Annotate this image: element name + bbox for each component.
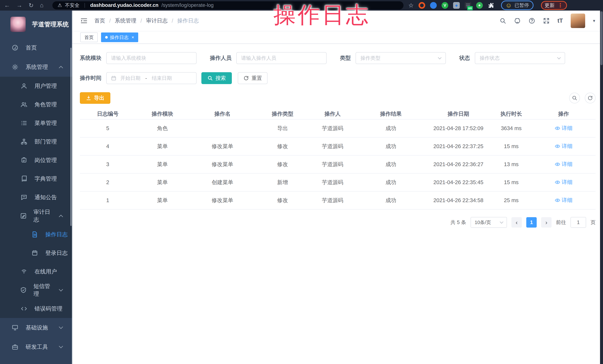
detail-link[interactable]: 详细: [555, 197, 573, 204]
sidebar-item-audit-log[interactable]: 审计日志: [0, 207, 72, 225]
dictionary-icon: [20, 176, 28, 182]
extension-orange-ring-icon[interactable]: [418, 2, 425, 9]
export-button[interactable]: 导出: [80, 92, 110, 104]
browser-menu-kebab-icon[interactable]: ⋮: [558, 2, 563, 9]
date-range-picker[interactable]: 开始日期 - 结束日期: [106, 72, 197, 84]
column-header-name: 操作名: [189, 109, 256, 119]
chevron-down-icon: [59, 325, 63, 329]
sidebar-item-login-log[interactable]: 登录日志: [0, 244, 72, 262]
scrollbar-thumb[interactable]: [600, 11, 603, 65]
breadcrumb-separator: /: [109, 18, 111, 24]
eye-icon: [555, 143, 560, 149]
document-icon: [31, 231, 39, 238]
tag-operate-log[interactable]: 操作日志 ×: [101, 33, 138, 42]
sidebar-item-label: 用户管理: [35, 82, 57, 90]
sidebar-item-dept-management[interactable]: 部门管理: [0, 132, 72, 151]
page-size-value: 10条/页: [475, 219, 491, 226]
sidebar-item-notice[interactable]: 通知公告: [0, 188, 72, 207]
goto-page-input[interactable]: [570, 217, 586, 228]
tags-view-bar: 首页 操作日志 ×: [72, 31, 603, 44]
sidebar-item-home[interactable]: 首页: [0, 38, 72, 57]
breadcrumb-home[interactable]: 首页: [94, 17, 105, 24]
module-input[interactable]: [106, 52, 197, 64]
detail-link[interactable]: 详细: [555, 143, 573, 150]
extension-switch-icon[interactable]: on: [464, 2, 471, 9]
user-avatar[interactable]: [571, 13, 585, 28]
sidebar-scrollbar[interactable]: [70, 48, 71, 226]
browser-back-icon[interactable]: ←: [4, 2, 10, 9]
address-bar[interactable]: ⚠ 不安全 dashboard.yudao.iocoder.cn /system…: [52, 1, 404, 10]
paused-extension-pill[interactable]: ☺ 已暂停: [501, 0, 533, 10]
detail-link-label: 详细: [562, 124, 573, 132]
detail-link-label: 详细: [562, 178, 573, 186]
detail-link[interactable]: 详细: [555, 124, 573, 132]
cell-date: 2021-04-26 22:37:25: [426, 137, 491, 155]
column-header-duration: 执行时长: [491, 109, 532, 119]
bookmark-star-icon[interactable]: ☆: [408, 2, 414, 9]
extension-blue-drop-icon[interactable]: [430, 2, 437, 9]
eye-icon: [555, 162, 560, 167]
browser-update-pill[interactable]: 更新 ⋮: [541, 1, 567, 10]
extension-green-sprout-icon[interactable]: [476, 2, 483, 9]
help-icon[interactable]: [529, 17, 535, 24]
next-page-button[interactable]: ›: [541, 217, 552, 228]
refresh-table-button[interactable]: [585, 93, 596, 103]
operator-input[interactable]: [236, 52, 326, 64]
browser-reload-icon[interactable]: ↻: [29, 2, 34, 9]
security-label[interactable]: 不安全: [65, 2, 79, 9]
cell-date: 2021-04-26 22:35:45: [426, 173, 491, 191]
browser-forward-icon[interactable]: →: [16, 2, 22, 9]
chevron-up-icon: [59, 66, 63, 70]
extensions-puzzle-icon[interactable]: [488, 2, 494, 9]
detail-link-label: 详细: [562, 143, 573, 150]
browser-home-icon[interactable]: ⌂: [40, 2, 44, 9]
prev-page-button[interactable]: ‹: [511, 217, 522, 228]
cell-name: 修改菜单: [189, 137, 256, 155]
breadcrumb-audit-log[interactable]: 审计日志: [146, 17, 168, 24]
header-search-icon[interactable]: [499, 17, 506, 24]
sidebar-item-errorcode-management[interactable]: 错误码管理: [0, 299, 72, 318]
tag-home[interactable]: 首页: [80, 33, 98, 42]
avatar-caret-icon[interactable]: ▾: [593, 18, 595, 23]
sidebar-item-label: 角色管理: [35, 101, 57, 108]
sidebar-logo-row[interactable]: 芋道管理系统: [0, 11, 72, 38]
github-icon[interactable]: [514, 17, 521, 24]
page-size-select[interactable]: 10条/页: [471, 217, 507, 228]
status-select[interactable]: 操作状态: [475, 52, 565, 64]
sidebar-item-role-management[interactable]: 角色管理: [0, 95, 72, 114]
sidebar-item-infrastructure[interactable]: 基础设施: [0, 318, 72, 337]
tag-close-icon[interactable]: ×: [131, 35, 134, 40]
sidebar-item-sms-management[interactable]: 短信管理: [0, 281, 72, 299]
main-area: 首页 / 系统管理 / 审计日志 / 操作日志: [72, 11, 603, 364]
update-button[interactable]: 更新: [545, 2, 555, 9]
breadcrumb-system[interactable]: 系统管理: [115, 17, 136, 24]
sidebar-item-menu-management[interactable]: 菜单管理: [0, 114, 72, 132]
cell-duration: 15 ms: [491, 137, 532, 155]
module-label: 系统模块: [80, 54, 101, 62]
cell-result: 成功: [356, 137, 426, 155]
sidebar-item-label: 在线用户: [35, 268, 57, 276]
reset-button[interactable]: 重置: [238, 72, 267, 84]
search-button[interactable]: 搜索: [201, 72, 232, 84]
extension-gray-diamond-icon[interactable]: ◆: [453, 2, 460, 9]
fullscreen-icon[interactable]: [543, 17, 550, 24]
sidebar-item-system-management[interactable]: 系统管理: [0, 57, 72, 77]
font-size-icon[interactable]: tT: [557, 17, 563, 24]
sidebar-fold-icon[interactable]: [80, 17, 88, 24]
sidebar-item-post-management[interactable]: 岗位管理: [0, 151, 72, 169]
cell-result: 成功: [356, 119, 426, 137]
sidebar-item-dict-management[interactable]: 字典管理: [0, 169, 72, 188]
page-number-1[interactable]: 1: [526, 217, 537, 228]
extension-green-v-icon[interactable]: V: [441, 2, 448, 9]
sidebar-item-online-users[interactable]: 在线用户: [0, 262, 72, 281]
sidebar-item-label: 操作日志: [45, 231, 68, 238]
sidebar-item-dev-tools[interactable]: 研发工具: [0, 337, 72, 357]
type-select[interactable]: 操作类型: [356, 52, 446, 64]
sidebar-item-operate-log[interactable]: 操作日志: [0, 225, 72, 244]
window-scrollbar[interactable]: [600, 11, 603, 364]
detail-link[interactable]: 详细: [555, 178, 573, 186]
sidebar-item-user-management[interactable]: 用户管理: [0, 77, 72, 95]
show-search-toggle-button[interactable]: [569, 93, 580, 103]
detail-link[interactable]: 详细: [555, 161, 573, 168]
filter-module: 系统模块: [80, 52, 197, 64]
